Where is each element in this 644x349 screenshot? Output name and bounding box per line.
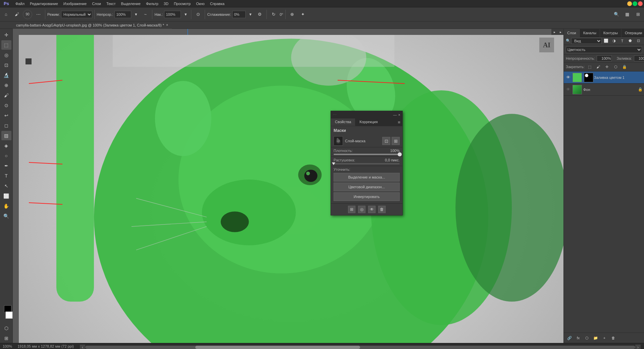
clone-tool[interactable]: ⊙ [1, 101, 11, 110]
selection-mask-btn[interactable]: Выделение и маска... [334, 173, 400, 182]
blend-mode-select[interactable]: Нормальный [61, 11, 92, 18]
crop-tool[interactable]: ⊡ [1, 60, 11, 70]
layer-visibility-2[interactable]: 👁 [565, 87, 571, 93]
shape-tool[interactable]: ⬜ [1, 191, 11, 201]
props-grid-btn[interactable]: ⊞ [348, 206, 355, 213]
search-btn[interactable]: 🔍 [612, 10, 621, 19]
color-range-btn[interactable]: Цветовой диапазон... [334, 183, 400, 191]
symmetry-btn[interactable]: ⊕ [288, 10, 297, 19]
lock-pixels-btn[interactable]: 🖌 [595, 63, 602, 70]
density-slider-track[interactable] [334, 154, 400, 155]
layer-item-1[interactable]: 👁 Заливка цветом 1 [564, 71, 644, 84]
select-tool[interactable]: ⬚ [1, 40, 11, 50]
tab-actions[interactable]: Операции [622, 29, 644, 37]
smoothing-input[interactable] [232, 11, 246, 18]
menu-window[interactable]: Окно [193, 0, 207, 7]
mask-apply-btn[interactable]: ⊡ [382, 137, 390, 145]
menu-text[interactable]: Текст [104, 0, 118, 7]
expand-panel-btn[interactable]: ▸ [557, 29, 563, 35]
canvas-image[interactable]: AI [19, 35, 563, 343]
filter-adj-btn[interactable]: ◑ [610, 37, 618, 45]
menu-filter[interactable]: Фильтр [143, 0, 161, 7]
mask-options-btn[interactable]: ⊞ [392, 137, 400, 145]
blur-tool[interactable]: ◈ [1, 141, 11, 150]
max-input[interactable] [164, 11, 181, 18]
filter-pixel-btn[interactable]: ⬜ [602, 37, 610, 45]
smoothing-settings-btn[interactable]: ⚙ [255, 10, 264, 19]
home-tool-btn[interactable]: ⌂ [1, 10, 11, 19]
flow-btn[interactable]: ~ [141, 10, 150, 19]
lock-position-btn[interactable]: ✛ [603, 63, 611, 70]
workspace-btn[interactable]: ⊞ [633, 10, 643, 19]
brush-tool-btn[interactable]: 🖌 [12, 10, 21, 19]
path-select-tool[interactable]: ↖ [1, 181, 11, 191]
props-circle-btn[interactable]: ◎ [358, 206, 365, 213]
feather-slider-track[interactable] [334, 163, 400, 164]
opacity-options-btn[interactable]: ▾ [133, 10, 139, 19]
fill-value-input[interactable] [634, 55, 644, 61]
props-panel-close-btn[interactable]: × [398, 113, 400, 117]
zoom-tool[interactable]: 🔍 [1, 211, 11, 221]
collapse-ruler-btn[interactable]: ▸ [551, 29, 557, 35]
props-tab-properties[interactable]: Свойства [331, 118, 355, 126]
new-group-btn[interactable]: 📁 [592, 334, 599, 342]
opacity-value-input[interactable] [597, 55, 612, 61]
text-tool[interactable]: T [1, 171, 11, 181]
lock-artboard-btn[interactable]: ⬡ [612, 63, 620, 70]
opacity-input[interactable] [114, 11, 131, 18]
extra-btn[interactable]: ✦ [298, 10, 308, 19]
lock-all-btn[interactable]: 🔒 [621, 63, 628, 70]
tab-channels[interactable]: Каналы [580, 29, 600, 37]
props-tab-correction[interactable]: Коррекция [355, 118, 382, 126]
layer-item-2[interactable]: 👁 Фон 🔒 [564, 84, 644, 96]
airbrush-btn[interactable]: ⊙ [193, 10, 203, 19]
dodge-tool[interactable]: ○ [1, 151, 11, 160]
history-brush-tool[interactable]: ↩ [1, 111, 11, 120]
scroll-right-btn[interactable]: › [635, 345, 641, 349]
max-options-btn[interactable]: ▾ [182, 10, 189, 19]
menu-help[interactable]: Справка [207, 0, 227, 7]
angle-btn[interactable]: ↻ [269, 10, 278, 19]
props-eye-btn[interactable]: 👁 [368, 206, 376, 213]
new-layer-btn[interactable]: + [601, 334, 608, 342]
gradient-tool[interactable]: ▨ [1, 131, 11, 140]
move-tool[interactable]: ✛ [1, 30, 11, 40]
eyedropper-tool[interactable]: 🔬 [1, 70, 11, 80]
link-layers-btn[interactable]: 🔗 [566, 334, 573, 342]
minimize-button[interactable] [627, 1, 632, 6]
quick-mask-btn[interactable]: ⬡ [1, 323, 11, 333]
filter-shape-btn[interactable]: ⬟ [627, 37, 634, 45]
pen-tool[interactable]: ✒ [1, 161, 11, 170]
filter-type-btn[interactable]: T [618, 37, 626, 45]
tab-close-btn[interactable]: × [166, 23, 168, 27]
brush-tool[interactable]: 🖌 [1, 91, 11, 100]
scrollbar-thumb[interactable] [195, 346, 360, 349]
hand-tool[interactable]: ✋ [1, 201, 11, 211]
smoothing-options-btn[interactable]: ▾ [247, 10, 254, 19]
menu-3d[interactable]: 3D [161, 0, 171, 7]
close-button[interactable] [638, 1, 643, 6]
add-mask-btn[interactable]: ⬡ [583, 334, 591, 342]
props-panel-menu-btn[interactable]: ≡ [396, 118, 402, 126]
menu-select[interactable]: Выделение [118, 0, 143, 7]
scrollbar-track[interactable] [85, 346, 635, 349]
menu-image[interactable]: Изображение [61, 0, 89, 7]
active-tab[interactable]: camylla-battani-AoqgGAqrlpU-unsplash.jpg… [13, 21, 172, 29]
menu-file[interactable]: Файл [13, 0, 27, 7]
scroll-left-btn[interactable]: ‹ [80, 345, 85, 349]
screen-mode-btn[interactable]: ⊞ [1, 334, 11, 343]
add-style-btn[interactable]: fx [575, 334, 582, 342]
colorimetry-select[interactable]: Цветность [566, 46, 642, 53]
brush-options-btn[interactable]: ⋯ [34, 10, 43, 19]
canvas-area[interactable]: 720 740 760 780 800 820 840 860 880 900 … [13, 29, 563, 343]
props-delete-btn[interactable]: 🗑 [378, 206, 386, 213]
menu-edit[interactable]: Редактирование [27, 0, 61, 7]
delete-layer-btn[interactable]: 🗑 [609, 334, 617, 342]
lasso-tool[interactable]: ◎ [1, 50, 11, 60]
menu-layers[interactable]: Слои [89, 0, 104, 7]
maximize-button[interactable] [633, 1, 637, 6]
layer-visibility-1[interactable]: 👁 [565, 74, 571, 81]
invert-btn[interactable]: Инвертировать [334, 192, 400, 201]
props-panel-minimize-btn[interactable]: — [393, 113, 397, 117]
heal-tool[interactable]: ⊕ [1, 81, 11, 90]
